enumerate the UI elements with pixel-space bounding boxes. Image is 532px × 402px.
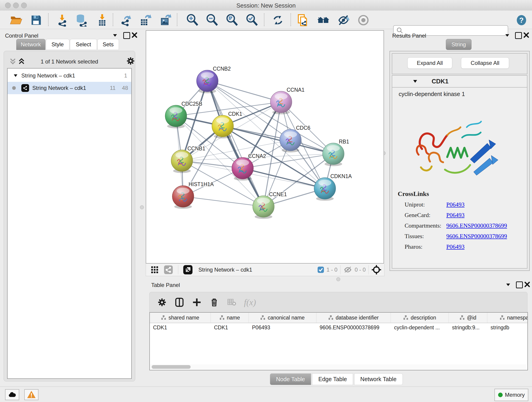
tab-style[interactable]: Style (46, 39, 70, 50)
protein-expander-icon[interactable] (412, 79, 418, 84)
expand-all-button[interactable]: Expand All (407, 57, 452, 69)
column-header-name[interactable]: name (211, 313, 249, 323)
delete-table-icon-disabled[interactable] (225, 295, 239, 309)
tab-select[interactable]: Select (70, 39, 97, 50)
tab-node-table[interactable]: Node Table (270, 373, 311, 385)
network-edge-CCNB2-CCNA1[interactable] (207, 81, 281, 102)
export-network-icon[interactable] (120, 14, 133, 27)
network-node-HIST1H1A[interactable]: HIST1H1A (172, 181, 214, 209)
table-cell[interactable]: stringdb (487, 323, 528, 332)
import-table-file-icon[interactable] (96, 14, 109, 27)
show-all-icon[interactable] (357, 14, 370, 27)
hide-selected-icon[interactable] (337, 14, 350, 27)
export-table-icon[interactable] (139, 14, 152, 27)
create-column-icon[interactable] (190, 295, 204, 309)
collection-expander-icon[interactable] (13, 73, 18, 78)
network-node-CCNB2[interactable]: CCNB2 (196, 66, 231, 93)
refresh-icon[interactable] (272, 14, 284, 27)
control-panel-close-icon[interactable] (132, 32, 138, 38)
network-canvas[interactable]: CCNB2CCNA1CDC25BCDK1CDC6RB1CCNB1CCNA2CDK… (146, 30, 384, 264)
table-horizontal-scrollbar[interactable] (150, 364, 526, 370)
zoom-in-icon[interactable] (186, 14, 199, 27)
table-cell[interactable]: stringdb:9... (449, 323, 487, 332)
network-view-share-icon[interactable] (162, 263, 175, 277)
tab-network-table[interactable]: Network Table (354, 373, 403, 385)
birdseye-view-icon[interactable] (371, 265, 381, 275)
table-panel-float-icon[interactable] (516, 281, 523, 288)
hidden-eye-icon[interactable] (343, 266, 352, 274)
zoom-fit-icon[interactable] (226, 14, 239, 27)
table-cell[interactable]: 9606.ENSP00000378699 (317, 323, 391, 332)
open-session-icon[interactable] (10, 14, 22, 27)
first-neighbors-icon[interactable] (317, 14, 330, 27)
results-panel-collapse-icon[interactable] (505, 32, 510, 38)
results-panel-float-icon[interactable] (515, 32, 522, 39)
cloud-button[interactable] (5, 389, 19, 400)
zoom-selected-icon[interactable] (246, 14, 259, 27)
tab-network[interactable]: Network (16, 39, 45, 50)
tab-string[interactable]: String (446, 39, 472, 50)
network-row[interactable]: String Network – cdk1 11 48 (7, 82, 131, 94)
toolbar-separator (291, 13, 291, 26)
column-header-canonical-name[interactable]: canonical name (249, 313, 317, 323)
column-header-shared-name[interactable]: shared name (150, 313, 211, 323)
crosslink-link[interactable]: P06493 (446, 201, 464, 208)
control-panel-float-icon[interactable] (123, 32, 130, 39)
left-splitter-handle[interactable] (140, 205, 144, 209)
open-in-new-window-icon[interactable] (181, 263, 195, 277)
node-table-row[interactable]: CDK1CDK1P064939606.ENSP00000378699cyclin… (150, 323, 528, 332)
network-edge-CCNB2-CCNE1[interactable] (207, 81, 264, 206)
network-options-gear-icon[interactable] (126, 57, 135, 65)
import-network-database-icon[interactable] (75, 14, 88, 27)
show-columns-icon[interactable] (172, 295, 186, 309)
table-panel-collapse-icon[interactable] (505, 282, 511, 287)
protein-card-header[interactable]: CDK1 (392, 76, 527, 88)
function-builder-icon[interactable]: f(x) (243, 295, 257, 309)
network-edge-HIST1H1A-CCNE1[interactable] (183, 196, 264, 206)
network-node-RB1[interactable]: RB1 (323, 139, 349, 166)
network-node-CDKN1A[interactable]: CDKN1A (314, 173, 352, 201)
help-icon[interactable]: ? (515, 14, 528, 27)
crosslink-link[interactable]: 9606.ENSP00000378699 (446, 233, 507, 240)
table-cell[interactable]: CDK1 (211, 323, 249, 332)
crosslink-link[interactable]: P06493 (446, 212, 464, 219)
column-header--id[interactable]: @id (449, 313, 487, 323)
save-session-icon[interactable] (30, 14, 43, 27)
selected-checkbox-icon[interactable] (317, 266, 324, 273)
network-tree: String Network – cdk1 1 String Network –… (7, 68, 132, 379)
network-node-CDK1[interactable]: CDK1 (212, 111, 242, 138)
control-panel-collapse-icon[interactable] (112, 32, 118, 38)
delete-column-icon[interactable] (207, 295, 221, 309)
protein-card: CDK1 cyclin-dependent kinase 1 (392, 75, 527, 269)
clone-network-icon[interactable] (297, 14, 309, 27)
import-network-file-icon[interactable] (56, 14, 69, 27)
table-panel-close-icon[interactable] (524, 281, 530, 287)
string-network-graph[interactable]: CCNB2CCNA1CDC25BCDK1CDC6RB1CCNB1CCNA2CDK… (146, 31, 384, 263)
crosslink-link[interactable]: P06493 (446, 243, 464, 250)
tab-sets[interactable]: Sets (97, 39, 119, 50)
table-cell[interactable]: cyclin-dependent ... (391, 323, 449, 332)
zoom-out-icon[interactable] (206, 14, 219, 27)
grid-view-icon[interactable] (148, 263, 162, 277)
export-image-icon[interactable] (159, 14, 172, 27)
network-node-CCNA1[interactable]: CCNA1 (270, 87, 304, 114)
collapse-all-button[interactable]: Collapse All (461, 57, 509, 69)
warnings-button[interactable] (24, 389, 38, 400)
network-node-CCNB1[interactable]: CCNB1 (171, 146, 205, 173)
column-header-description[interactable]: description (391, 313, 449, 323)
tab-edge-table[interactable]: Edge Table (312, 373, 353, 385)
crosslinks-list: Uniprot: P06493 GeneCard: P06493 Compart… (398, 201, 521, 254)
crosslink-label: Uniprot: (405, 201, 425, 208)
table-settings-gear-icon[interactable] (155, 295, 169, 309)
network-collection-row[interactable]: String Network – cdk1 1 (7, 70, 131, 82)
table-cell[interactable]: CDK1 (150, 323, 211, 332)
table-cell[interactable]: P06493 (249, 323, 317, 332)
network-node-label-CCNA1: CCNA1 (287, 87, 304, 93)
column-header-database-identifier[interactable]: database identifier (317, 313, 391, 323)
scrollbar-thumb[interactable] (152, 365, 191, 369)
results-panel-close-icon[interactable] (523, 32, 529, 38)
memory-button[interactable]: Memory (494, 389, 528, 401)
crosslink-link[interactable]: 9606.ENSP00000378699 (446, 222, 507, 229)
results-buttons-box: Expand All Collapse All (392, 53, 527, 74)
column-header-namespace[interactable]: namespace (487, 313, 528, 323)
